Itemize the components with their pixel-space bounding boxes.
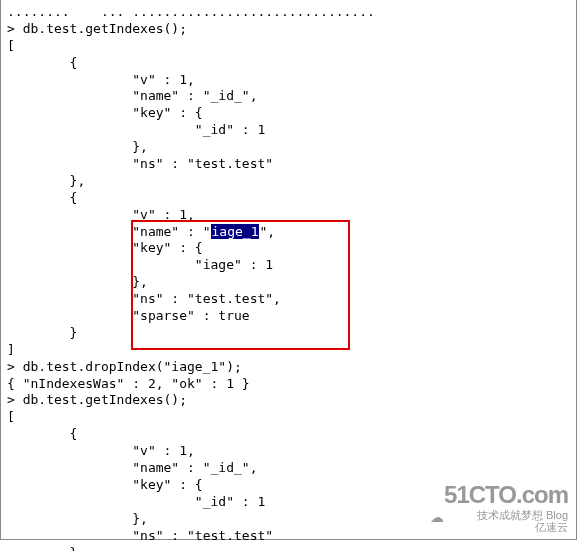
output-line: "v" : 1, [7, 207, 570, 224]
output-line: }, [7, 274, 570, 291]
output-line: ] [7, 342, 570, 359]
highlighted-text: iage_1 [211, 224, 260, 239]
output-line: "v" : 1, [7, 443, 570, 460]
output-line: "iage" : 1 [7, 257, 570, 274]
output-line: "ns" : "test.test" [7, 156, 570, 173]
output-line: "name" : "_id_", [7, 460, 570, 477]
output-line: } [7, 545, 570, 552]
output-line: "ns" : "test.test", [7, 291, 570, 308]
output-line: "ns" : "test.test" [7, 528, 570, 545]
output-line: { [7, 55, 570, 72]
output-line: "key" : { [7, 477, 570, 494]
output-line: "name" : "iage_1", [7, 224, 570, 241]
output-line: "sparse" : true [7, 308, 570, 325]
output-line: { [7, 426, 570, 443]
terminal-output: ........ ... ...........................… [0, 0, 577, 540]
output-line: "key" : { [7, 105, 570, 122]
command-line: > db.test.dropIndex("iage_1"); [7, 359, 570, 376]
output-line: { "nIndexesWas" : 2, "ok" : 1 } [7, 376, 570, 393]
output-line: ........ ... ...........................… [7, 4, 570, 21]
output-line: "key" : { [7, 240, 570, 257]
output-line: }, [7, 139, 570, 156]
output-line: "name" : "_id_", [7, 88, 570, 105]
output-line: } [7, 325, 570, 342]
output-line: [ [7, 409, 570, 426]
output-line: "_id" : 1 [7, 122, 570, 139]
command-line: > db.test.getIndexes(); [7, 392, 570, 409]
output-line: "_id" : 1 [7, 494, 570, 511]
output-line: [ [7, 38, 570, 55]
output-line: }, [7, 511, 570, 528]
command-line: > db.test.getIndexes(); [7, 21, 570, 38]
output-line: }, [7, 173, 570, 190]
output-line: "v" : 1, [7, 72, 570, 89]
output-line: { [7, 190, 570, 207]
